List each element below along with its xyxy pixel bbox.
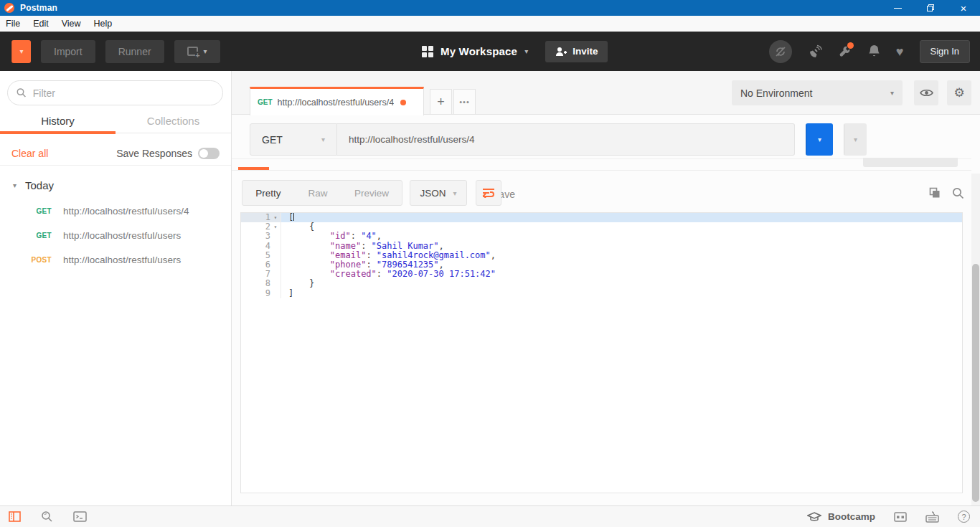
postman-logo-icon bbox=[4, 3, 14, 13]
caret-down-icon: ▾ bbox=[321, 136, 325, 143]
tab-title: http://localhost/restful/users/4 bbox=[278, 98, 395, 108]
tab-preview[interactable]: Preview bbox=[341, 181, 402, 205]
workspace-grid-icon bbox=[422, 46, 433, 57]
history-group-today[interactable]: ▾ Today bbox=[0, 175, 231, 195]
settings-tools-button[interactable] bbox=[838, 44, 852, 59]
api-network-button[interactable] bbox=[808, 44, 822, 59]
tab-options-button[interactable]: ••• bbox=[453, 89, 476, 115]
menu-help[interactable]: Help bbox=[94, 19, 113, 29]
two-pane-view-button[interactable] bbox=[894, 512, 907, 522]
tab-history[interactable]: History bbox=[0, 112, 116, 133]
notifications-button[interactable] bbox=[868, 44, 880, 58]
request-tab-active[interactable]: GET http://localhost/restful/users/4 bbox=[250, 87, 424, 115]
console-icon bbox=[73, 511, 87, 522]
clear-all-link[interactable]: Clear all bbox=[11, 148, 48, 159]
url-field bbox=[337, 123, 795, 156]
caret-down-icon: ▾ bbox=[818, 136, 821, 143]
menu-file[interactable]: File bbox=[6, 19, 20, 29]
runner-button[interactable]: Runner bbox=[105, 40, 164, 63]
response-view-tabs: Pretty Raw Preview bbox=[242, 180, 402, 206]
sign-in-button[interactable]: Sign In bbox=[920, 40, 970, 63]
heart-icon: ♥ bbox=[896, 45, 904, 58]
new-tab-button[interactable]: + bbox=[430, 89, 452, 115]
console-button[interactable] bbox=[73, 511, 87, 522]
bootcamp-button[interactable]: Bootcamp bbox=[807, 511, 875, 522]
history-actions-row: Clear all Save Responses bbox=[0, 142, 231, 166]
invite-label: Invite bbox=[573, 46, 598, 57]
favorites-button[interactable]: ♥ bbox=[896, 45, 904, 58]
import-button[interactable]: Import bbox=[41, 40, 95, 63]
save-dropdown-caret[interactable]: ▾ bbox=[844, 123, 867, 156]
save-responses-toggle[interactable] bbox=[198, 148, 220, 159]
code-line: 7 "created": "2020-07-30 17:51:42" bbox=[241, 270, 962, 279]
toggle-sidebar-button[interactable] bbox=[9, 511, 21, 522]
history-url: http://localhost/restful/users/4 bbox=[63, 206, 189, 217]
new-button[interactable]: New ▾ bbox=[11, 40, 31, 63]
shortcuts-button[interactable] bbox=[925, 511, 939, 523]
code-line: 1▾[ bbox=[241, 213, 962, 222]
history-item[interactable]: GET http://localhost/restful/users bbox=[0, 223, 231, 247]
sync-off-icon bbox=[774, 45, 787, 58]
invite-button[interactable]: Invite bbox=[545, 41, 608, 62]
copy-response-button[interactable] bbox=[929, 187, 941, 199]
caret-down-icon: ▾ bbox=[854, 136, 857, 143]
sync-disabled-button[interactable] bbox=[769, 40, 792, 63]
filter-input[interactable] bbox=[33, 87, 214, 99]
environment-settings-button[interactable]: ⚙ bbox=[947, 80, 971, 105]
url-input[interactable] bbox=[349, 134, 783, 145]
close-icon: × bbox=[961, 3, 967, 14]
group-label: Today bbox=[25, 179, 54, 191]
graduation-cap-icon bbox=[807, 512, 821, 522]
restore-button[interactable] bbox=[914, 0, 947, 16]
sidebar-toggle-icon bbox=[9, 511, 21, 522]
collapse-caret-icon[interactable]: ▾ bbox=[13, 181, 17, 189]
request-builder-row: GET ▾ Send ▾ Save ▾ bbox=[250, 123, 867, 156]
workspace-selector[interactable]: My Workspace bbox=[440, 45, 517, 57]
invite-person-icon bbox=[555, 47, 567, 57]
bootcamp-label: Bootcamp bbox=[828, 511, 875, 522]
method-value: GET bbox=[262, 134, 283, 146]
menu-bar: File Edit View Help bbox=[0, 16, 980, 32]
send-dropdown-caret[interactable]: ▾ bbox=[806, 123, 833, 156]
wrap-text-icon bbox=[482, 188, 495, 198]
tab-raw[interactable]: Raw bbox=[294, 181, 341, 205]
environment-value: No Environment bbox=[740, 87, 812, 99]
fold-caret-icon[interactable]: ▾ bbox=[270, 213, 281, 222]
find-button[interactable] bbox=[41, 511, 53, 523]
save-button[interactable]: Save ▾ bbox=[844, 123, 867, 156]
params-tab-active-underline bbox=[238, 167, 269, 170]
send-button[interactable]: Send ▾ bbox=[806, 123, 833, 156]
menu-edit[interactable]: Edit bbox=[33, 19, 49, 29]
scrollbar-thumb[interactable] bbox=[972, 264, 979, 502]
new-dropdown-caret[interactable]: ▾ bbox=[11, 40, 31, 63]
code-line: 8 } bbox=[241, 279, 962, 288]
new-window-button[interactable]: ▾ bbox=[174, 40, 220, 63]
scrollbar-track[interactable] bbox=[971, 174, 980, 505]
main-toolbar: New ▾ Import Runner ▾ My Workspace ▾ Inv… bbox=[0, 32, 980, 71]
copy-icon bbox=[929, 187, 941, 199]
tab-pretty[interactable]: Pretty bbox=[242, 181, 294, 205]
new-window-icon bbox=[187, 47, 198, 56]
history-item[interactable]: POST http://localhost/restful/users bbox=[0, 247, 231, 272]
tab-collections[interactable]: Collections bbox=[116, 112, 231, 133]
fold-caret-icon[interactable]: ▾ bbox=[270, 222, 281, 232]
caret-down-icon: ▾ bbox=[204, 47, 207, 55]
help-button[interactable]: ? bbox=[958, 511, 970, 523]
environment-quick-look-button[interactable] bbox=[914, 80, 938, 105]
format-value: JSON bbox=[420, 188, 446, 199]
code-line: 9] bbox=[241, 289, 962, 298]
method-dropdown[interactable]: GET ▾ bbox=[250, 123, 337, 156]
minimize-button[interactable] bbox=[881, 0, 914, 16]
request-section-divider bbox=[232, 158, 971, 159]
sidebar-tabs: History Collections bbox=[0, 112, 231, 133]
menu-view[interactable]: View bbox=[62, 19, 81, 29]
keyboard-icon bbox=[925, 511, 939, 523]
history-item[interactable]: GET http://localhost/restful/users/4 bbox=[0, 199, 231, 223]
close-button[interactable]: × bbox=[947, 0, 980, 16]
response-code[interactable]: 1▾[2▾ {3 "id": "4",4 "name": "Sahil Kuma… bbox=[240, 212, 963, 493]
environment-selector[interactable]: No Environment ▾ bbox=[732, 80, 903, 105]
format-dropdown[interactable]: JSON ▾ bbox=[410, 180, 467, 206]
caret-down-icon[interactable]: ▾ bbox=[524, 47, 528, 55]
wrap-text-button[interactable] bbox=[476, 180, 501, 206]
search-response-button[interactable] bbox=[952, 187, 964, 199]
